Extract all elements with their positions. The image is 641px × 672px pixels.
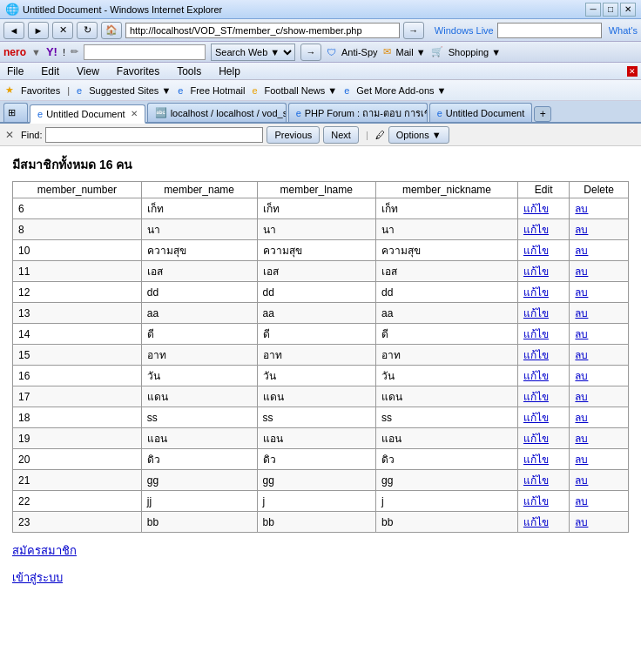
football-news-link[interactable]: Football News ▼ [265, 85, 338, 96]
cell-delete[interactable]: ลบ [570, 470, 629, 491]
find-previous-button[interactable]: Previous [267, 126, 320, 144]
delete-link[interactable]: ลบ [575, 474, 588, 487]
tab-0[interactable]: e Untitled Document ✕ [30, 104, 145, 124]
cell-edit[interactable]: แก้ไข [517, 428, 569, 449]
edit-link[interactable]: แก้ไข [523, 474, 549, 487]
tab-2[interactable]: e PHP Forum : ถาม-ตอบ การเขี... [288, 103, 428, 122]
menu-help[interactable]: Help [215, 64, 244, 79]
edit-link[interactable]: แก้ไข [523, 370, 549, 382]
find-next-button[interactable]: Next [323, 126, 359, 144]
tab-1[interactable]: 🔤 localhost / localhost / vod_st... [147, 103, 287, 122]
cell-delete[interactable]: ลบ [570, 303, 629, 324]
cell-delete[interactable]: ลบ [570, 240, 629, 261]
go-button[interactable]: → [403, 22, 424, 39]
cell-edit[interactable]: แก้ไข [517, 198, 569, 219]
edit-link[interactable]: แก้ไข [523, 454, 549, 466]
cell-edit[interactable]: แก้ไข [517, 303, 569, 324]
delete-link[interactable]: ลบ [575, 245, 588, 257]
cell-edit[interactable]: แก้ไข [517, 512, 569, 533]
edit-link[interactable]: แก้ไข [523, 349, 549, 361]
new-tab-button[interactable]: + [534, 106, 551, 122]
cell-delete[interactable]: ลบ [570, 324, 629, 345]
delete-link[interactable]: ลบ [575, 412, 588, 424]
cell-delete[interactable]: ลบ [570, 198, 629, 219]
tab-close-0[interactable]: ✕ [131, 109, 138, 118]
delete-link[interactable]: ลบ [575, 433, 588, 445]
search-web-select[interactable]: Search Web ▼ [211, 44, 295, 61]
delete-link[interactable]: ลบ [575, 224, 588, 236]
menu-edit[interactable]: Edit [37, 64, 63, 79]
find-options-button[interactable]: Options ▼ [388, 126, 449, 144]
toolbar-search-input[interactable] [84, 44, 206, 60]
cell-edit[interactable]: แก้ไข [517, 261, 569, 282]
edit-link[interactable]: แก้ไข [523, 245, 549, 257]
login-link[interactable]: เข้าสู่ระบบ [12, 568, 629, 587]
register-link[interactable]: สมัครสมาชิก [12, 541, 629, 560]
delete-link[interactable]: ลบ [575, 203, 588, 215]
cell-delete[interactable]: ลบ [570, 407, 629, 428]
home-button[interactable]: 🏠 [101, 22, 122, 39]
cell-edit[interactable]: แก้ไข [517, 240, 569, 261]
delete-link[interactable]: ลบ [575, 391, 588, 403]
shopping-label[interactable]: Shopping ▼ [449, 47, 501, 57]
edit-link[interactable]: แก้ไข [523, 203, 549, 215]
edit-link[interactable]: แก้ไข [523, 307, 549, 319]
delete-link[interactable]: ลบ [575, 286, 588, 299]
cell-delete[interactable]: ลบ [570, 512, 629, 533]
tab-grid-icon[interactable]: ⊞ [3, 103, 28, 122]
favorites-link[interactable]: Favorites [21, 85, 60, 96]
delete-link[interactable]: ลบ [575, 265, 588, 278]
mail-label[interactable]: Mail ▼ [396, 47, 426, 57]
search-go-button[interactable]: → [300, 44, 321, 61]
maximize-button[interactable]: □ [603, 3, 618, 17]
delete-link[interactable]: ลบ [575, 454, 588, 466]
cell-delete[interactable]: ลบ [570, 345, 629, 366]
more-addons-link[interactable]: Get More Add-ons ▼ [356, 85, 446, 96]
cell-delete[interactable]: ลบ [570, 386, 629, 407]
free-hotmail-link[interactable]: Free Hotmail [190, 85, 245, 96]
cell-edit[interactable]: แก้ไข [517, 491, 569, 512]
delete-link[interactable]: ลบ [575, 370, 588, 382]
edit-link[interactable]: แก้ไข [523, 495, 549, 507]
delete-link[interactable]: ลบ [575, 328, 588, 340]
cell-delete[interactable]: ลบ [570, 491, 629, 512]
edit-link[interactable]: แก้ไข [523, 433, 549, 445]
edit-link[interactable]: แก้ไข [523, 224, 549, 236]
menu-tools[interactable]: Tools [173, 64, 205, 79]
close-window-button[interactable]: ✕ [620, 3, 636, 17]
minimize-button[interactable]: ─ [585, 3, 601, 17]
cell-edit[interactable]: แก้ไข [517, 219, 569, 240]
cell-delete[interactable]: ลบ [570, 219, 629, 240]
cell-edit[interactable]: แก้ไข [517, 345, 569, 366]
delete-link[interactable]: ลบ [575, 495, 588, 507]
edit-link[interactable]: แก้ไข [523, 286, 549, 299]
delete-link[interactable]: ลบ [575, 307, 588, 319]
cell-delete[interactable]: ลบ [570, 282, 629, 303]
back-button[interactable]: ◄ [3, 22, 24, 39]
cell-edit[interactable]: แก้ไข [517, 282, 569, 303]
edit-link[interactable]: แก้ไข [523, 412, 549, 424]
stop-button[interactable]: ✕ [52, 22, 73, 39]
delete-link[interactable]: ลบ [575, 349, 588, 361]
live-search-input[interactable] [497, 23, 602, 38]
menu-file[interactable]: File [3, 64, 27, 79]
cell-delete[interactable]: ลบ [570, 449, 629, 470]
close-tab-x[interactable]: ✕ [627, 66, 638, 77]
tab-3[interactable]: e Untitled Document [429, 103, 533, 122]
find-input[interactable] [45, 127, 263, 143]
find-close-icon[interactable]: ✕ [5, 129, 14, 141]
edit-link[interactable]: แก้ไข [523, 391, 549, 403]
cell-edit[interactable]: แก้ไข [517, 386, 569, 407]
menu-favorites[interactable]: Favorites [113, 64, 163, 79]
cell-delete[interactable]: ลบ [570, 261, 629, 282]
delete-link[interactable]: ลบ [575, 516, 588, 528]
address-bar[interactable] [125, 23, 400, 38]
cell-edit[interactable]: แก้ไข [517, 449, 569, 470]
edit-link[interactable]: แก้ไข [523, 328, 549, 340]
suggested-sites-link[interactable]: Suggested Sites ▼ [89, 85, 171, 96]
cell-edit[interactable]: แก้ไข [517, 366, 569, 386]
cell-delete[interactable]: ลบ [570, 366, 629, 386]
cell-edit[interactable]: แก้ไข [517, 470, 569, 491]
cell-edit[interactable]: แก้ไข [517, 407, 569, 428]
forward-button[interactable]: ► [28, 22, 49, 39]
